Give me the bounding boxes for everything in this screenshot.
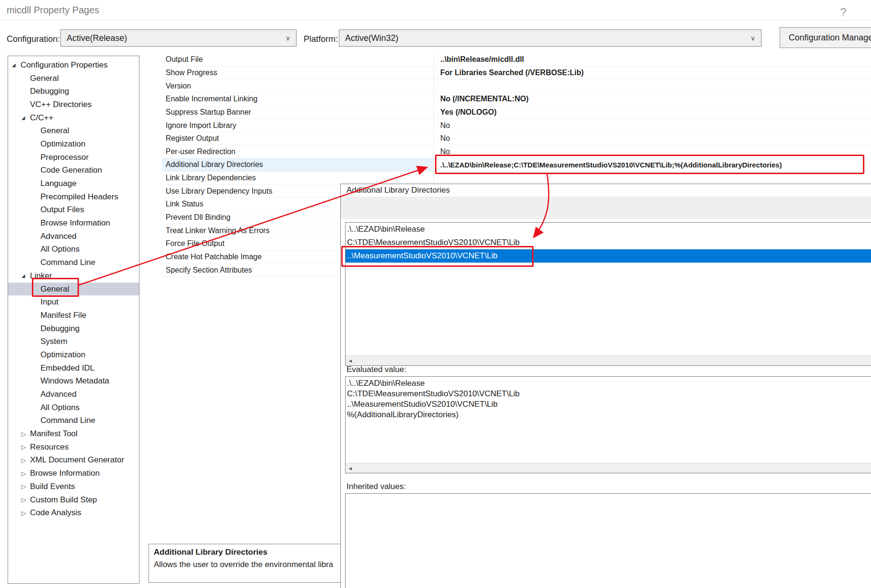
sidebar-item-label: General [30,74,59,83]
sidebar-item-build-events[interactable]: ▷Build Events [8,480,139,493]
property-value[interactable]: No [440,119,450,132]
directory-list-item[interactable]: ..\MeasurementStudioVS2010\VCNET\Lib [346,249,871,263]
sidebar-item-label: Windows Metadata [40,376,109,386]
sidebar-item-label: Advanced [40,232,77,241]
sidebar-item-linker[interactable]: ◢Linker [8,269,139,283]
sidebar-item-code-analysis[interactable]: ▷Code Analysis [8,506,139,519]
sidebar-item-custom-build-step[interactable]: ▷Custom Build Step [8,493,139,507]
sidebar-item-optimization[interactable]: Optimization [8,348,139,362]
property-value[interactable]: Yes (/NOLOGO) [440,106,496,119]
sidebar-item-all-options[interactable]: All Options [8,401,139,414]
property-row[interactable]: Version [162,79,871,93]
tree-collapsed-icon[interactable]: ▷ [21,457,30,464]
sidebar-item-xml-document-generator[interactable]: ▷XML Document Generator [8,454,139,467]
sidebar-item-general[interactable]: General [8,72,139,85]
property-row[interactable]: Output File..\bin\Release/micdll.dll [162,53,871,67]
dialog-title: micdll Property Pages [7,5,99,16]
sidebar-item-vc-directories[interactable]: VC++ Directories [8,98,139,111]
property-name: Version [166,79,191,92]
sidebar-item-debugging[interactable]: Debugging [8,322,139,335]
configuration-combo-value: Active(Release) [61,33,127,43]
sidebar-item-manifest-file[interactable]: Manifest File [8,309,139,322]
sidebar-item-c-c-[interactable]: ◢C/C++ [8,111,139,125]
sidebar-item-general[interactable]: General [8,283,139,296]
directory-list-item[interactable]: .\..\EZAD\bin\Release [346,223,871,236]
tree-collapsed-icon[interactable]: ▷ [21,496,30,503]
sidebar-item-configuration-properties[interactable]: ◢Configuration Properties [8,59,139,72]
sidebar-item-output-files[interactable]: Output Files [8,204,139,217]
sidebar-item-label: Input [40,297,59,307]
sidebar-item-input[interactable]: Input [8,295,139,309]
sidebar-item-command-line[interactable]: Command Line [8,256,139,269]
evaluated-value-line: %(AdditionalLibraryDirectories) [347,410,871,420]
property-row[interactable]: Link Library Dependencies [162,172,871,185]
property-row[interactable]: Ignore Import LibraryNo [162,119,871,132]
directory-list-item[interactable]: C:\TDE\MeasurementStudioVS2010\VCNET\Lib [346,236,871,249]
evaluated-value-line: C:\TDE\MeasurementStudioVS2010\VCNET\Lib [347,389,871,399]
property-name: Output File [166,53,203,66]
sidebar-item-resources[interactable]: ▷Resources [8,441,139,454]
property-name: Per-user Redirection [166,145,236,158]
sidebar-item-embedded-idl[interactable]: Embedded IDL [8,362,139,375]
platform-combo[interactable]: Active(Win32) ∨ [339,29,762,47]
property-name: Force File Output [166,237,225,250]
list-horizontal-scrollbar[interactable]: ◄ [346,355,871,365]
property-value[interactable]: No (/INCREMENTAL:NO) [440,93,528,106]
sidebar-item-optimization[interactable]: Optimization [8,137,139,151]
sidebar-item-code-generation[interactable]: Code Generation [8,164,139,177]
sidebar-item-label: General [40,284,69,294]
configuration-combo[interactable]: Active(Release) ∨ [60,29,297,47]
directory-list: .\..\EZAD\bin\ReleaseC:\TDE\MeasurementS… [345,222,871,366]
sidebar-item-preprocessor[interactable]: Preprocessor [8,151,139,164]
platform-label: Platform: [304,34,338,44]
sidebar-item-general[interactable]: General [8,124,139,137]
sidebar-item-label: Linker [30,271,52,281]
help-icon[interactable]: ? [840,6,846,19]
sidebar-item-label: Code Analysis [30,508,81,518]
sidebar-item-manifest-tool[interactable]: ▷Manifest Tool [8,427,139,441]
scroll-left-icon[interactable]: ◄ [346,358,355,363]
property-row[interactable]: Additional Library Directories.\..\EZAD\… [162,158,871,172]
tree-expanded-icon[interactable]: ◢ [12,62,20,68]
sidebar-item-language[interactable]: Language [8,177,139,190]
sidebar-item-browse-information[interactable]: ▷Browse Information [8,467,139,480]
sidebar-item-advanced[interactable]: Advanced [8,388,139,401]
property-name: Treat Linker Warning As Errors [166,224,269,237]
tree-collapsed-icon[interactable]: ▷ [21,483,30,490]
sidebar-item-label: Code Generation [40,166,102,175]
tree-collapsed-icon[interactable]: ▷ [21,431,30,438]
tree-collapsed-icon[interactable]: ▷ [21,510,30,517]
sidebar-item-debugging[interactable]: Debugging [8,85,139,98]
property-value[interactable]: No [440,132,450,145]
tree-collapsed-icon[interactable]: ▷ [21,470,30,477]
property-value[interactable]: .\..\EZAD\bin\Release;C:\TDE\Measurement… [440,158,782,171]
tree-expanded-icon[interactable]: ◢ [21,273,30,278]
tree-expanded-icon[interactable]: ◢ [21,115,30,120]
property-row[interactable]: Per-user RedirectionNo [162,145,871,158]
sidebar-item-browse-information[interactable]: Browse Information [8,216,139,230]
property-row[interactable]: Suppress Startup BannerYes (/NOLOGO) [162,106,871,119]
sidebar-item-command-line[interactable]: Command Line [8,414,139,428]
property-row[interactable]: Enable Incremental LinkingNo (/INCREMENT… [162,93,871,106]
tree-collapsed-icon[interactable]: ▷ [21,443,30,451]
sidebar-item-label: Custom Build Step [30,495,97,505]
sidebar-item-label: All Options [40,245,79,254]
sidebar-item-system[interactable]: System [8,335,139,348]
configuration-tree: ◢Configuration PropertiesGeneralDebuggin… [8,56,139,584]
property-value[interactable]: ..\bin\Release/micdll.dll [440,53,524,66]
sidebar-item-label: Manifest File [40,311,86,320]
scroll-left-icon[interactable]: ◄ [346,466,355,471]
sidebar-item-windows-metadata[interactable]: Windows Metadata [8,375,139,388]
property-name: Suppress Startup Banner [166,106,251,119]
sidebar-item-all-options[interactable]: All Options [8,243,139,256]
evaluated-horizontal-scrollbar[interactable]: ◄ [346,463,871,473]
sidebar-item-precompiled-headers[interactable]: Precompiled Headers [8,190,139,204]
property-row[interactable]: Show ProgressFor Libraries Searched (/VE… [162,67,871,80]
evaluated-value-label: Evaluated value: [346,365,406,374]
property-value[interactable]: For Libraries Searched (/VERBOSE:Lib) [440,67,584,79]
sidebar-item-label: Language [40,179,77,188]
property-row[interactable]: Register OutputNo [162,132,871,146]
sidebar-item-advanced[interactable]: Advanced [8,230,139,243]
property-value[interactable]: No [440,145,450,158]
configuration-manager-button[interactable]: Configuration Manager... [780,27,871,48]
